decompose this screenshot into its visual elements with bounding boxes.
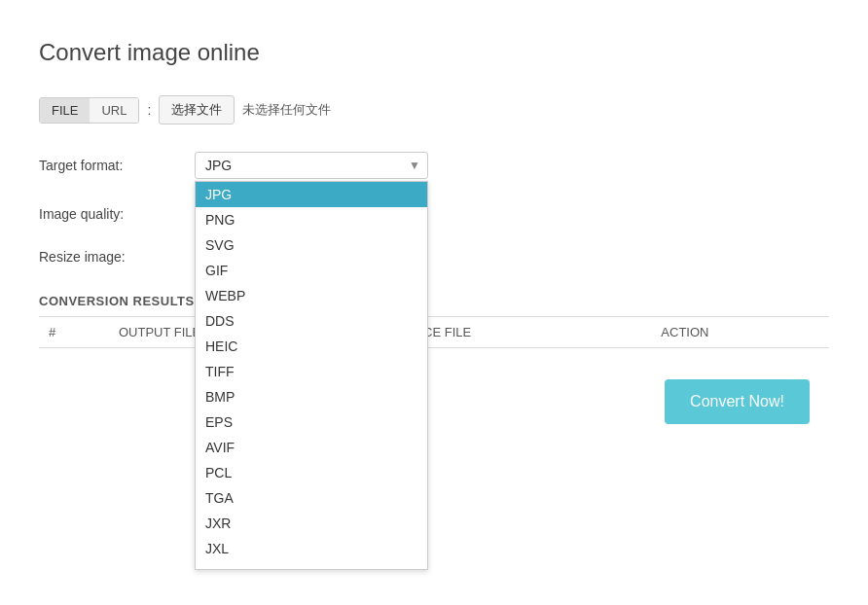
format-option-svg[interactable]: SVG — [196, 232, 427, 258]
results-table: # OUTPUT FILE SOURCE FILE ACTION — [39, 316, 829, 348]
format-option-tga[interactable]: TGA — [196, 485, 427, 511]
image-quality-row: Image quality: — [39, 200, 829, 222]
col-header-action: ACTION — [651, 317, 829, 348]
format-option-jxl[interactable]: JXL — [196, 536, 427, 561]
conversion-results-label: CONVERSION RESULTS: — [39, 294, 829, 308]
format-option-heic[interactable]: HEIC — [196, 334, 427, 359]
format-option-jpg[interactable]: JPG — [196, 182, 427, 207]
no-file-label: 未选择任何文件 — [242, 101, 331, 119]
dropdown-selected-value[interactable]: JPG — [195, 152, 428, 179]
page-container: Convert image online FILE URL : 选择文件 未选择… — [0, 0, 868, 605]
format-option-webp[interactable]: WEBP — [196, 283, 427, 308]
target-format-label: Target format: — [39, 152, 195, 173]
format-option-bmp[interactable]: BMP — [196, 384, 427, 409]
resize-image-label: Resize image: — [39, 243, 195, 265]
image-quality-label: Image quality: — [39, 200, 195, 222]
format-option-gif[interactable]: GIF — [196, 258, 427, 283]
table-header-row: # OUTPUT FILE SOURCE FILE ACTION — [39, 317, 829, 348]
format-option-png[interactable]: PNG — [196, 207, 427, 232]
format-option-dds[interactable]: DDS — [196, 308, 427, 334]
conversion-results-section: CONVERSION RESULTS: # OUTPUT FILE SOURCE… — [39, 294, 829, 348]
format-option-jxr[interactable]: JXR — [196, 511, 427, 536]
target-format-row: Target format: JPG ▼ JPGPNGSVGGIFWEBPDDS… — [39, 152, 829, 179]
choose-file-button[interactable]: 选择文件 — [159, 95, 235, 125]
resize-image-row: Resize image: — [39, 243, 829, 265]
format-option-pcl[interactable]: PCL — [196, 460, 427, 485]
col-header-hash: # — [39, 317, 109, 348]
selected-format-text: JPG — [205, 158, 232, 173]
file-url-tabs: FILE URL — [39, 97, 139, 124]
tab-file[interactable]: FILE — [40, 98, 90, 123]
file-url-row: FILE URL : 选择文件 未选择任何文件 — [39, 95, 829, 125]
format-option-eps[interactable]: EPS — [196, 409, 427, 435]
page-title: Convert image online — [39, 39, 829, 66]
format-option-avif[interactable]: AVIF — [196, 435, 427, 460]
tab-url[interactable]: URL — [90, 98, 138, 123]
format-option-tiff[interactable]: TIFF — [196, 359, 427, 384]
format-options-list[interactable]: JPGPNGSVGGIFWEBPDDSHEICTIFFBMPEPSAVIFPCL… — [195, 181, 428, 570]
convert-now-button[interactable]: Convert Now! — [665, 379, 810, 424]
colon-separator: : — [147, 102, 151, 118]
target-format-dropdown[interactable]: JPG ▼ JPGPNGSVGGIFWEBPDDSHEICTIFFBMPEPSA… — [195, 152, 428, 179]
format-option-ico[interactable]: ICO — [196, 561, 427, 570]
